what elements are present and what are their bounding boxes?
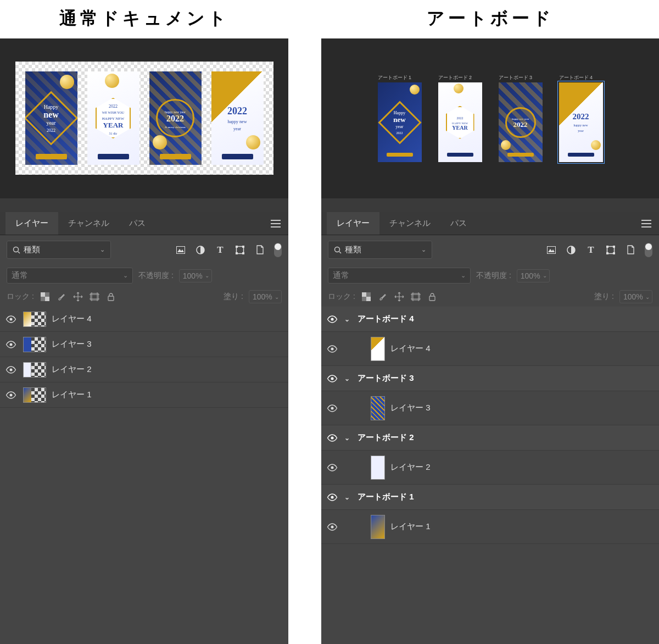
blend-mode-dropdown[interactable]: 通常 ⌄ bbox=[328, 268, 471, 284]
artboard-group-row[interactable]: ⌄ アートボード 3 bbox=[321, 366, 659, 391]
opacity-input[interactable]: 100% ⌄ bbox=[517, 269, 550, 282]
opacity-input[interactable]: 100% ⌄ bbox=[179, 269, 212, 282]
lock-brush-icon[interactable] bbox=[56, 291, 67, 302]
chevron-down-icon: ⌄ bbox=[461, 272, 466, 279]
tab-paths[interactable]: パス bbox=[119, 212, 155, 235]
artboard-3[interactable]: アートボード 3 happy new year 2022 bbox=[499, 74, 543, 162]
svg-rect-6 bbox=[236, 246, 238, 248]
layer-row[interactable]: レイヤー 3 bbox=[321, 391, 659, 425]
visibility-icon[interactable] bbox=[5, 391, 18, 399]
filter-pixel-icon[interactable] bbox=[546, 245, 557, 256]
lock-transparency-icon[interactable] bbox=[40, 291, 51, 302]
filter-shape-icon[interactable] bbox=[605, 245, 616, 256]
chevron-down-icon[interactable]: ⌄ bbox=[344, 434, 352, 442]
layer-row[interactable]: レイヤー 4 bbox=[321, 332, 659, 366]
svg-point-44 bbox=[331, 318, 334, 320]
filter-kind-dropdown[interactable]: 種類 ⌄ bbox=[7, 241, 111, 259]
filter-smartobject-icon[interactable] bbox=[254, 245, 265, 256]
artboard-group-row[interactable]: ⌄ アートボード 1 bbox=[321, 485, 659, 510]
filter-type-icon[interactable]: T bbox=[215, 245, 226, 256]
artboard-canvas[interactable]: アートボード 1 Happy new year 2022 アートボード 2 bbox=[370, 74, 611, 162]
chevron-down-icon[interactable]: ⌄ bbox=[344, 315, 352, 323]
layer-row[interactable]: レイヤー 2 bbox=[0, 357, 288, 382]
chevron-down-icon[interactable]: ⌄ bbox=[344, 375, 352, 382]
layer-thumbnail bbox=[23, 312, 46, 327]
visibility-icon[interactable] bbox=[327, 345, 339, 353]
lock-position-icon[interactable] bbox=[394, 291, 405, 302]
chevron-down-icon: ⌄ bbox=[645, 294, 650, 300]
filter-pixel-icon[interactable] bbox=[175, 245, 186, 256]
filter-toggle[interactable] bbox=[274, 243, 282, 257]
visibility-icon[interactable] bbox=[327, 375, 339, 382]
svg-point-0 bbox=[14, 247, 19, 252]
filter-toggle[interactable] bbox=[645, 243, 652, 257]
svg-rect-19 bbox=[108, 296, 114, 301]
design-card-1: Happy new year 2022 bbox=[25, 71, 77, 165]
tab-layers[interactable]: レイヤー bbox=[327, 212, 379, 235]
tab-channels[interactable]: チャンネル bbox=[58, 212, 119, 235]
blend-mode-dropdown[interactable]: 通常 ⌄ bbox=[7, 268, 133, 284]
svg-rect-43 bbox=[429, 296, 435, 301]
tab-channels[interactable]: チャンネル bbox=[379, 212, 440, 235]
visibility-icon[interactable] bbox=[327, 464, 339, 471]
artboard-1[interactable]: アートボード 1 Happy new year 2022 bbox=[378, 74, 422, 162]
visibility-icon[interactable] bbox=[327, 523, 339, 531]
lock-transparency-icon[interactable] bbox=[361, 291, 372, 302]
visibility-icon[interactable] bbox=[5, 366, 18, 374]
svg-rect-26 bbox=[548, 246, 556, 253]
panel-tabs: レイヤー チャンネル パス bbox=[0, 212, 288, 235]
svg-point-46 bbox=[331, 377, 334, 380]
layer-row[interactable]: レイヤー 1 bbox=[0, 382, 288, 408]
artboard-4[interactable]: アートボード 4 2022 happy new year bbox=[559, 74, 603, 162]
svg-line-25 bbox=[339, 252, 341, 253]
chevron-down-icon[interactable]: ⌄ bbox=[344, 493, 352, 501]
lock-artboard-icon[interactable] bbox=[410, 291, 421, 302]
column-artboard: アートボード アートボード 1 Happy new year 2022 bbox=[321, 0, 659, 644]
panel-menu-icon[interactable] bbox=[263, 220, 288, 227]
design-card-3: happy new year 2022 & merry christmas bbox=[149, 71, 202, 165]
layer-row[interactable]: レイヤー 2 bbox=[321, 451, 659, 485]
fill-input[interactable]: 100% ⌄ bbox=[619, 290, 652, 303]
panel-menu-icon[interactable] bbox=[634, 220, 659, 227]
layer-thumbnail bbox=[371, 456, 385, 480]
fill-input[interactable]: 100% ⌄ bbox=[249, 290, 282, 303]
layer-row[interactable]: レイヤー 4 bbox=[0, 307, 288, 332]
visibility-icon[interactable] bbox=[327, 434, 339, 442]
artboard-2[interactable]: アートボード 2 2022 HAPPY NEW YEAR bbox=[438, 74, 482, 162]
layer-filter-row: 種類 ⌄ T bbox=[321, 235, 659, 264]
svg-rect-36 bbox=[366, 292, 371, 297]
visibility-icon[interactable] bbox=[327, 315, 339, 323]
visibility-icon[interactable] bbox=[5, 315, 18, 323]
filter-kind-dropdown[interactable]: 種類 ⌄ bbox=[328, 241, 432, 259]
search-icon bbox=[334, 246, 342, 254]
artboard-group-row[interactable]: ⌄ アートボード 2 bbox=[321, 425, 659, 451]
lock-artboard-icon[interactable] bbox=[89, 291, 100, 302]
layer-thumbnail bbox=[23, 387, 46, 403]
document-canvas[interactable]: Happy new year 2022 2022 WE WISH YOU HAP… bbox=[15, 62, 273, 175]
filter-type-icon[interactable]: T bbox=[585, 245, 596, 256]
filter-adjustment-icon[interactable] bbox=[195, 245, 206, 256]
visibility-icon[interactable] bbox=[327, 493, 339, 501]
svg-rect-32 bbox=[606, 252, 608, 254]
visibility-icon[interactable] bbox=[327, 404, 339, 412]
lock-position-icon[interactable] bbox=[72, 291, 83, 302]
filter-shape-icon[interactable] bbox=[234, 245, 245, 256]
filter-smartobject-icon[interactable] bbox=[625, 245, 636, 256]
tab-layers[interactable]: レイヤー bbox=[5, 212, 58, 235]
layer-row[interactable]: レイヤー 3 bbox=[0, 332, 288, 357]
canvas-area-left: Happy new year 2022 2022 WE WISH YOU HAP… bbox=[0, 38, 288, 198]
layers-panel-left: レイヤー チャンネル パス 種類 ⌄ T bbox=[0, 198, 288, 644]
filter-adjustment-icon[interactable] bbox=[566, 245, 577, 256]
lock-all-icon[interactable] bbox=[105, 291, 116, 302]
layer-row[interactable]: レイヤー 1 bbox=[321, 510, 659, 544]
visibility-icon[interactable] bbox=[5, 341, 18, 348]
lock-all-icon[interactable] bbox=[427, 291, 438, 302]
svg-point-23 bbox=[10, 393, 13, 396]
tab-paths[interactable]: パス bbox=[440, 212, 477, 235]
lock-brush-icon[interactable] bbox=[377, 291, 388, 302]
svg-rect-31 bbox=[613, 246, 615, 248]
lock-label: ロック : bbox=[7, 292, 34, 302]
title-artboard: アートボード bbox=[321, 0, 659, 38]
artboard-group-row[interactable]: ⌄ アートボード 4 bbox=[321, 307, 659, 332]
svg-point-51 bbox=[331, 525, 334, 528]
